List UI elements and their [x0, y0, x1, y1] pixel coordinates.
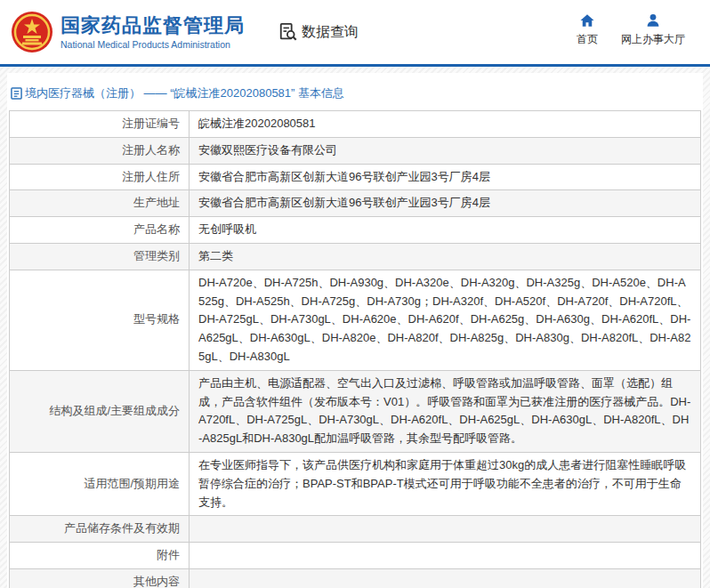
table-row: 产品名称无创呼吸机	[10, 217, 701, 244]
row-value	[190, 568, 701, 588]
nav-home-label: 首页	[577, 32, 598, 47]
row-label: 生产地址	[10, 190, 190, 217]
table-row: 生产地址安徽省合肥市高新区创新大道96号联创产业园3号厂房4层	[10, 190, 701, 217]
nav-home[interactable]: 首页	[577, 12, 598, 47]
registration-info-table: 注册证编号皖械注准20202080581注册人名称安徽双熙医疗设备有限公司注册人…	[9, 110, 701, 588]
row-value: 第二类	[190, 243, 701, 270]
row-label: 注册证编号	[10, 111, 190, 138]
row-value: 产品由主机、电源适配器、空气出入口及过滤棉、呼吸管路或加温呼吸管路、面罩（选配）…	[190, 370, 701, 452]
table-row: 产品储存条件及有效期	[10, 516, 701, 543]
row-label: 管理类别	[10, 243, 190, 270]
site-header: 国家药品监督管理局 National Medical Products Admi…	[0, 0, 710, 67]
table-row: 结构及组成/主要组成成分产品由主机、电源适配器、空气出入口及过滤棉、呼吸管路或加…	[10, 370, 701, 452]
table-row: 适用范围/预期用途在专业医师指导下，该产品供医疗机构和家庭用于体重超过30kg的…	[10, 452, 701, 515]
table-row: 附件	[10, 543, 701, 569]
data-query-tab[interactable]: 数据查询	[278, 22, 359, 42]
nav-service-hall[interactable]: 网上办事大厅	[621, 12, 685, 47]
row-value: 安徽省合肥市高新区创新大道96号联创产业园3号厂房4层	[190, 164, 701, 190]
row-label: 注册人住所	[10, 164, 190, 190]
row-label: 其他内容	[10, 568, 190, 588]
nav-service-hall-label: 网上办事大厅	[621, 32, 685, 47]
site-subtitle: National Medical Products Administration	[61, 39, 245, 50]
row-label: 型号规格	[10, 270, 190, 370]
site-title: 国家药品监督管理局	[61, 14, 245, 37]
info-table-body: 注册证编号皖械注准20202080581注册人名称安徽双熙医疗设备有限公司注册人…	[10, 111, 701, 588]
main-content: 境内医疗器械（注册） —— “皖械注准20202080581” 基本信息 注册证…	[7, 73, 703, 588]
site-title-block: 国家药品监督管理局 National Medical Products Admi…	[61, 14, 245, 50]
row-value: 皖械注准20202080581	[190, 111, 701, 138]
row-label: 产品储存条件及有效期	[10, 516, 190, 543]
breadcrumb-text: 境内医疗器械（注册） —— “皖械注准20202080581” 基本信息	[25, 85, 344, 101]
row-value: 在专业医师指导下，该产品供医疗机构和家庭用于体重超过30kg的成人患者进行阻塞性…	[190, 452, 701, 515]
row-label: 结构及组成/主要组成成分	[10, 370, 190, 452]
table-row: 型号规格DH-A720e、DH-A725h、DH-A930g、DH-A320e、…	[10, 270, 701, 370]
row-label: 产品名称	[10, 217, 190, 244]
row-label: 适用范围/预期用途	[10, 452, 190, 515]
top-nav: 首页 网上办事大厅	[577, 12, 685, 47]
table-row: 注册人住所安徽省合肥市高新区创新大道96号联创产业园3号厂房4层	[10, 164, 701, 190]
national-emblem-logo	[11, 11, 53, 53]
table-row: 管理类别第二类	[10, 243, 701, 270]
table-row: 注册人名称安徽双熙医疗设备有限公司	[10, 137, 701, 164]
document-icon	[11, 87, 22, 100]
table-row: 注册证编号皖械注准20202080581	[10, 111, 701, 138]
row-value: 无创呼吸机	[190, 217, 701, 244]
row-label: 注册人名称	[10, 137, 190, 164]
row-value	[190, 543, 701, 569]
document-search-icon	[278, 22, 298, 42]
person-icon	[645, 12, 661, 28]
row-value	[190, 516, 701, 543]
table-row: 其他内容	[10, 568, 701, 588]
home-icon	[579, 12, 595, 28]
breadcrumb: 境内医疗器械（注册） —— “皖械注准20202080581” 基本信息	[9, 80, 701, 110]
data-query-label: 数据查询	[302, 23, 359, 42]
row-label: 附件	[10, 543, 190, 569]
row-value: 安徽省合肥市高新区创新大道96号联创产业园3号厂房4层	[190, 190, 701, 217]
row-value: 安徽双熙医疗设备有限公司	[190, 137, 701, 164]
row-value: DH-A720e、DH-A725h、DH-A930g、DH-A320e、DH-A…	[190, 270, 701, 370]
